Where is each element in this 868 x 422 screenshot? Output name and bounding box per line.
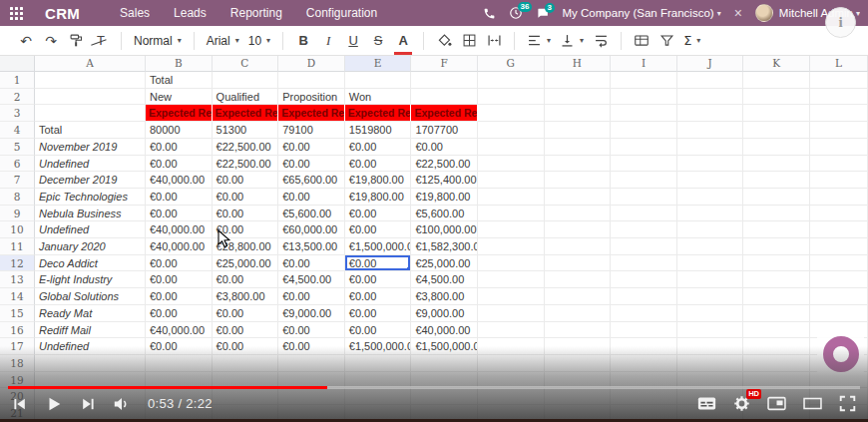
row-header-17[interactable]: 17 [0, 338, 35, 355]
cell-F3[interactable]: Expected Reve [411, 105, 478, 122]
cell-J13[interactable] [677, 271, 744, 288]
cell-H2[interactable] [545, 89, 612, 106]
close-icon[interactable]: × [734, 5, 742, 21]
cell-I13[interactable] [611, 271, 677, 288]
cell-J15[interactable] [677, 305, 744, 322]
cell-E5[interactable]: €0.00 [345, 139, 412, 156]
cell-F2[interactable] [411, 89, 478, 106]
row-header-4[interactable]: 4 [0, 122, 35, 139]
row-header-7[interactable]: 7 [0, 172, 35, 189]
cell-J2[interactable] [677, 89, 744, 106]
cell-K1[interactable] [743, 72, 810, 89]
messages-icon[interactable]: 3 [536, 7, 550, 20]
cell-E17[interactable]: €1,500,000.00 [345, 338, 412, 355]
cell-G11[interactable] [478, 238, 545, 255]
sheet-corner[interactable] [0, 56, 35, 72]
cell-G8[interactable] [478, 189, 545, 206]
column-header-A[interactable]: A [35, 56, 146, 72]
row-header-15[interactable]: 15 [0, 305, 35, 322]
cell-A15[interactable]: Ready Mat [35, 305, 146, 322]
subtitles-icon[interactable] [697, 396, 716, 411]
cell-K11[interactable] [743, 238, 810, 255]
cell-D1[interactable] [278, 72, 345, 89]
cell-I7[interactable] [611, 172, 677, 189]
column-header-D[interactable]: D [278, 56, 345, 72]
cell-E4[interactable]: 1519800 [345, 122, 412, 139]
cell-D4[interactable]: 79100 [278, 122, 345, 139]
cell-H1[interactable] [545, 72, 612, 89]
cell-K17[interactable] [743, 338, 810, 355]
cell-J11[interactable] [677, 238, 744, 255]
row-header-12[interactable]: 12 [0, 255, 35, 272]
cell-K18[interactable] [743, 355, 810, 372]
cell-J3[interactable] [677, 105, 744, 122]
row-header-10[interactable]: 10 [0, 221, 35, 238]
cell-B7[interactable]: €40,000.00 [146, 172, 213, 189]
cell-J1[interactable] [677, 72, 744, 89]
cell-D16[interactable]: €0.00 [278, 322, 345, 339]
cell-E14[interactable]: €0.00 [345, 288, 412, 305]
cell-G17[interactable] [478, 338, 545, 355]
cell-H13[interactable] [545, 271, 612, 288]
row-header-18[interactable]: 18 [0, 355, 35, 372]
borders-icon[interactable] [461, 30, 477, 52]
volume-icon[interactable] [113, 396, 131, 412]
cell-F18[interactable] [411, 355, 478, 372]
cell-A18[interactable] [35, 355, 146, 372]
cell-I1[interactable] [611, 72, 677, 89]
cell-E13[interactable]: €0.00 [345, 271, 412, 288]
column-header-K[interactable]: K [743, 56, 810, 72]
cell-L4[interactable] [810, 122, 868, 139]
cell-H14[interactable] [545, 288, 612, 305]
column-header-F[interactable]: F [411, 56, 478, 72]
cell-J14[interactable] [677, 288, 744, 305]
cell-G6[interactable] [478, 156, 545, 173]
cell-J18[interactable] [677, 355, 744, 372]
cell-I11[interactable] [611, 238, 677, 255]
cell-A14[interactable]: Global Solutions [35, 288, 146, 305]
cell-G18[interactable] [478, 355, 545, 372]
cell-E11[interactable]: €1,500,000.00 [345, 238, 412, 255]
cell-K14[interactable] [743, 288, 810, 305]
menu-sales[interactable]: Sales [120, 6, 150, 20]
cell-G9[interactable] [478, 206, 545, 222]
cell-H18[interactable] [545, 355, 612, 372]
cell-A7[interactable]: December 2019 [35, 172, 146, 189]
cell-I12[interactable] [611, 255, 677, 272]
cell-E6[interactable]: €0.00 [345, 156, 412, 173]
cell-K3[interactable] [743, 105, 810, 122]
cell-B6[interactable]: €0.00 [146, 156, 213, 173]
cell-H8[interactable] [545, 189, 612, 206]
cell-J8[interactable] [677, 189, 744, 206]
fill-color-icon[interactable] [436, 30, 452, 52]
cell-C10[interactable]: €0.00 [213, 221, 279, 238]
cell-H15[interactable] [545, 305, 612, 322]
cell-D9[interactable]: €5,600.00 [278, 206, 345, 222]
cell-L9[interactable] [810, 206, 868, 222]
cell-B2[interactable]: New [146, 89, 213, 106]
insert-table-icon[interactable] [634, 30, 650, 52]
column-header-B[interactable]: B [146, 56, 213, 72]
cell-A1[interactable] [35, 72, 146, 89]
row-header-6[interactable]: 6 [0, 156, 35, 173]
bold-button[interactable]: B [295, 30, 311, 52]
cell-F6[interactable]: €22,500.00 [411, 156, 478, 173]
cell-D6[interactable]: €0.00 [278, 156, 345, 173]
cell-J17[interactable] [677, 338, 744, 355]
cell-A6[interactable]: Undefined [35, 156, 146, 173]
cell-A17[interactable]: Undefined [35, 338, 146, 355]
vertical-align-dropdown[interactable]: ▾ [560, 33, 584, 48]
text-color-button[interactable]: A [395, 30, 411, 52]
cell-I15[interactable] [611, 305, 677, 322]
cell-I10[interactable] [611, 221, 677, 238]
column-header-C[interactable]: C [213, 56, 279, 72]
activity-clock-icon[interactable]: 36 [509, 6, 523, 20]
row-header-9[interactable]: 9 [0, 206, 35, 222]
column-header-G[interactable]: G [478, 56, 545, 72]
phone-icon[interactable] [483, 7, 496, 20]
cell-B14[interactable]: €0.00 [146, 288, 213, 305]
cell-L14[interactable] [810, 288, 868, 305]
cell-K12[interactable] [743, 255, 810, 272]
cell-I5[interactable] [611, 139, 677, 156]
cell-C14[interactable]: €3,800.00 [213, 288, 279, 305]
